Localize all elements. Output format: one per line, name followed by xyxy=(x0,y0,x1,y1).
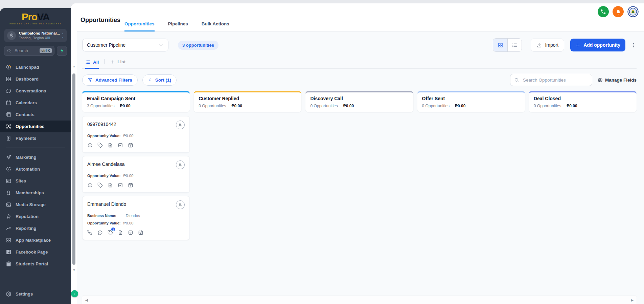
assign-user-button[interactable] xyxy=(176,160,185,169)
field-label: Opportunity Value: xyxy=(87,221,120,225)
scrollbar-thumb[interactable] xyxy=(72,73,75,265)
pipeline-select-value: Customer Pipeline xyxy=(87,42,125,48)
sidebar-item-reporting[interactable]: Reporting xyxy=(0,222,71,234)
grid-view-icon xyxy=(498,42,503,48)
stage-header-deal-closed[interactable]: Deal Closed 0 Opportunities ₱0.00 xyxy=(529,91,637,112)
sidebar-search-input[interactable] xyxy=(14,48,37,53)
sidebar: ProVA PROFESSIONAL VIRTUAL ASSISTANT Cam… xyxy=(0,8,71,304)
task-icon[interactable] xyxy=(118,143,123,148)
calendar-plus-icon[interactable] xyxy=(138,230,143,235)
sidebar-item-launchpad[interactable]: Launchpad xyxy=(0,61,71,73)
manage-fields-button[interactable]: Manage Fields xyxy=(598,78,637,83)
sidebar-item-memberships[interactable]: Memberships xyxy=(0,187,71,199)
opportunity-card[interactable]: 09976910442 Opportunity Value: ₱0.00 xyxy=(82,116,190,153)
scroll-left-icon[interactable]: ◀ xyxy=(85,298,88,302)
reporting-icon xyxy=(6,225,12,231)
account-switcher[interactable]: Cambatong National... Tandag, Region XII… xyxy=(4,29,67,42)
more-options-button[interactable] xyxy=(630,42,637,48)
notifications-button[interactable] xyxy=(613,6,624,17)
assign-user-button[interactable] xyxy=(176,200,185,209)
gear-icon xyxy=(6,291,12,297)
list-view-icon xyxy=(512,42,518,48)
opportunity-name: Emmanuel Diendo xyxy=(87,201,126,207)
launchpad-icon xyxy=(6,64,12,70)
sidebar-item-dashboard[interactable]: Dashboard xyxy=(0,73,71,85)
plus-icon xyxy=(110,60,115,64)
calendar-plus-icon[interactable] xyxy=(128,143,133,148)
sidebar-item-students-portal[interactable]: Students Portal xyxy=(0,258,71,270)
stage-count: 0 Opportunities xyxy=(422,104,450,108)
tag-icon[interactable]: 1 xyxy=(108,230,113,235)
sidebar-item-facebook-page[interactable]: Facebook Page xyxy=(0,246,71,258)
scroll-right-icon[interactable]: ▶ xyxy=(631,298,634,302)
phone-button[interactable] xyxy=(598,6,609,17)
pipeline-column: Offer Sent 0 Opportunities ₱0.00 xyxy=(417,91,525,112)
page-title: Opportunities xyxy=(80,17,120,24)
stage-value: ₱0.00 xyxy=(343,104,354,108)
search-opportunities[interactable] xyxy=(510,74,592,86)
stage-header-offer-sent[interactable]: Offer Sent 0 Opportunities ₱0.00 xyxy=(417,91,525,112)
add-list-tab[interactable]: List xyxy=(110,59,125,68)
assign-user-button[interactable] xyxy=(176,121,185,129)
message-icon[interactable] xyxy=(87,182,93,188)
message-icon[interactable] xyxy=(87,143,93,148)
tab-pipelines[interactable]: Pipelines xyxy=(168,21,188,31)
sites-icon xyxy=(6,178,12,184)
tag-icon[interactable] xyxy=(97,143,103,148)
sidebar-item-conversations[interactable]: Conversations xyxy=(0,85,71,97)
advanced-filters-button[interactable]: Advanced Filters xyxy=(82,74,138,86)
opportunity-card[interactable]: Aimee Candelasa Opportunity Value: ₱0.00 xyxy=(82,156,190,193)
sidebar-item-sites[interactable]: Sites xyxy=(0,175,71,187)
sidebar-item-calendars[interactable]: Calendars xyxy=(0,97,71,109)
list-view-button[interactable] xyxy=(507,39,522,51)
import-button[interactable]: Import xyxy=(531,39,564,51)
task-icon[interactable] xyxy=(128,230,133,235)
calendar-plus-icon[interactable] xyxy=(128,182,133,188)
message-icon[interactable] xyxy=(97,230,103,235)
view-tabs: All List xyxy=(82,59,637,69)
tab-bulk-actions[interactable]: Bulk Actions xyxy=(202,21,229,31)
phone-icon[interactable] xyxy=(87,230,93,235)
search-opportunities-input[interactable] xyxy=(522,77,588,83)
sidebar-item-app-marketplace[interactable]: App Marketplace xyxy=(0,234,71,246)
sidebar-item-media-storage[interactable]: Media Storage xyxy=(0,199,71,211)
add-opportunity-button[interactable]: Add opportunity xyxy=(570,39,625,51)
avatar[interactable] xyxy=(627,6,639,17)
grid-view-button[interactable] xyxy=(493,39,507,51)
tag-icon[interactable] xyxy=(97,182,103,188)
view-toggle xyxy=(493,38,522,52)
horizontal-scrollbar[interactable]: ◀ ▶ xyxy=(82,296,637,304)
scroll-up-icon[interactable]: ▲ xyxy=(71,65,77,68)
stage-header-discovery-call[interactable]: Discovery Call 0 Opportunities ₱0.00 xyxy=(305,91,413,112)
task-icon[interactable] xyxy=(118,182,123,188)
funnel-icon xyxy=(88,78,93,83)
sidebar-item-contacts[interactable]: Contacts xyxy=(0,109,71,121)
calendars-icon xyxy=(6,100,12,106)
logo-tagline: PROFESSIONAL VIRTUAL ASSISTANT xyxy=(0,23,71,25)
file-icon[interactable] xyxy=(108,143,113,148)
stage-header-customer-replied[interactable]: Customer Replied 0 Opportunities ₱0.00 xyxy=(194,91,301,112)
quick-actions-button[interactable] xyxy=(57,46,67,56)
pipeline-select[interactable]: Customer Pipeline xyxy=(82,39,168,51)
view-tab-all[interactable]: All xyxy=(85,60,99,69)
sidebar-item-marketing[interactable]: Marketing xyxy=(0,151,71,163)
header-tabs: Opportunities Pipelines Bulk Actions xyxy=(124,21,229,31)
sidebar-collapse-button[interactable] xyxy=(71,290,78,297)
sidebar-item-settings[interactable]: Settings xyxy=(0,288,71,300)
sidebar-item-automation[interactable]: Automation xyxy=(0,163,71,175)
sidebar-item-reputation[interactable]: Reputation xyxy=(0,211,71,222)
field-label: Opportunity Value: xyxy=(87,174,120,178)
opportunity-card[interactable]: Emmanuel Diendo Business Name: Diendos O… xyxy=(82,196,190,240)
sidebar-search[interactable]: ctrl K xyxy=(4,46,54,56)
stage-header-email-campaign-sent[interactable]: Email Campaign Sent 3 Opportunities ₱0.0… xyxy=(82,91,190,112)
stage-value: ₱0.00 xyxy=(232,104,242,108)
scroll-down-icon[interactable]: ▼ xyxy=(71,268,77,272)
sidebar-item-opportunities[interactable]: Opportunities xyxy=(0,121,71,132)
tab-opportunities[interactable]: Opportunities xyxy=(124,21,155,31)
account-location: Tandag, Region XIII xyxy=(19,36,58,40)
file-icon[interactable] xyxy=(118,230,123,235)
sort-button[interactable]: Sort (1) xyxy=(142,74,177,86)
sidebar-item-payments[interactable]: Payments xyxy=(0,132,71,144)
field-value: ₱0.00 xyxy=(123,134,133,138)
file-icon[interactable] xyxy=(108,182,113,188)
